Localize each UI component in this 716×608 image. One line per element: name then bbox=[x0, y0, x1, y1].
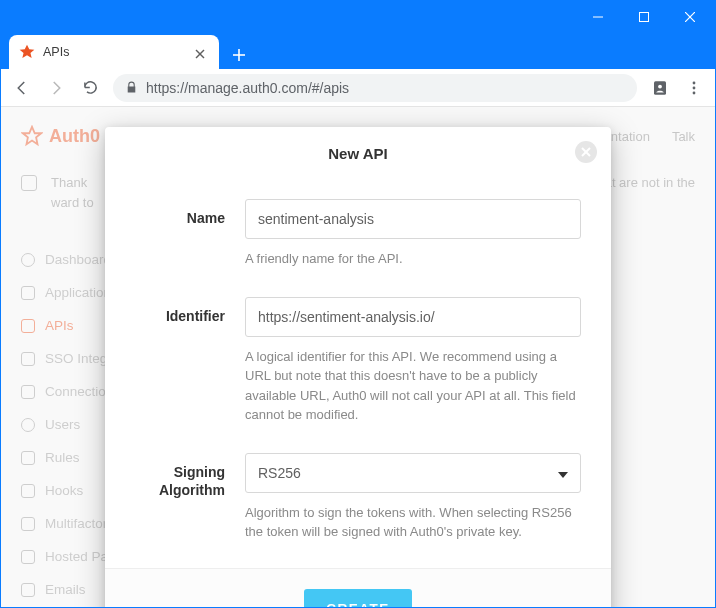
tab-close-icon[interactable] bbox=[195, 45, 209, 59]
identifier-input[interactable] bbox=[245, 297, 581, 337]
browser-toolbar: https://manage.auth0.com/#/apis bbox=[1, 69, 715, 107]
tab-strip: APIs bbox=[1, 33, 715, 69]
svg-point-12 bbox=[693, 91, 696, 94]
modal-close-button[interactable] bbox=[575, 141, 597, 163]
algo-label: Signing Algorithm bbox=[135, 453, 225, 542]
field-identifier: Identifier A logical identifier for this… bbox=[135, 297, 581, 425]
create-button[interactable]: CREATE bbox=[304, 589, 412, 609]
auth0-favicon-icon bbox=[19, 44, 35, 60]
chevron-down-icon bbox=[558, 465, 568, 481]
bg-menu-talk: Talk bbox=[672, 129, 695, 144]
page-content: Auth0 Documentation Talk Thank ward to t… bbox=[1, 107, 715, 608]
modal-title: New API bbox=[328, 145, 387, 162]
notice-icon bbox=[21, 175, 37, 191]
window-titlebar bbox=[1, 1, 715, 33]
field-signing-algorithm: Signing Algorithm RS256 Algorithm to sig… bbox=[135, 453, 581, 542]
name-label: Name bbox=[135, 199, 225, 269]
svg-point-10 bbox=[693, 81, 696, 84]
identifier-label: Identifier bbox=[135, 297, 225, 425]
tab-title: APIs bbox=[43, 45, 187, 59]
auth0-logo-text: Auth0 bbox=[49, 126, 100, 147]
url-text: https://manage.auth0.com/#/apis bbox=[146, 80, 349, 96]
window-minimize-button[interactable] bbox=[575, 1, 621, 33]
close-icon bbox=[581, 143, 591, 161]
browser-tab[interactable]: APIs bbox=[9, 35, 219, 69]
window-maximize-button[interactable] bbox=[621, 1, 667, 33]
new-tab-button[interactable] bbox=[225, 41, 253, 69]
account-button[interactable] bbox=[645, 73, 675, 103]
forward-button[interactable] bbox=[41, 73, 71, 103]
window-close-button[interactable] bbox=[667, 1, 713, 33]
notice-text-2: ward to bbox=[51, 195, 94, 210]
name-help: A friendly name for the API. bbox=[245, 249, 581, 269]
algo-help: Algorithm to sign the tokens with. When … bbox=[245, 503, 581, 542]
algo-select[interactable]: RS256 bbox=[245, 453, 581, 493]
auth0-logo-icon bbox=[21, 125, 43, 147]
new-api-modal: New API Name A friendly name for the API… bbox=[105, 127, 611, 608]
auth0-logo: Auth0 bbox=[21, 125, 100, 147]
svg-point-9 bbox=[658, 84, 662, 88]
algo-value: RS256 bbox=[258, 465, 301, 481]
lock-icon bbox=[125, 81, 138, 94]
modal-header: New API bbox=[105, 127, 611, 179]
address-bar[interactable]: https://manage.auth0.com/#/apis bbox=[113, 74, 637, 102]
notice-text-1: Thank bbox=[51, 175, 87, 190]
menu-button[interactable] bbox=[679, 73, 709, 103]
name-input[interactable] bbox=[245, 199, 581, 239]
back-button[interactable] bbox=[7, 73, 37, 103]
field-name: Name A friendly name for the API. bbox=[135, 199, 581, 269]
svg-point-11 bbox=[693, 86, 696, 89]
modal-footer: CREATE bbox=[105, 568, 611, 609]
reload-button[interactable] bbox=[75, 73, 105, 103]
svg-rect-1 bbox=[640, 13, 649, 22]
identifier-help: A logical identifier for this API. We re… bbox=[245, 347, 581, 425]
